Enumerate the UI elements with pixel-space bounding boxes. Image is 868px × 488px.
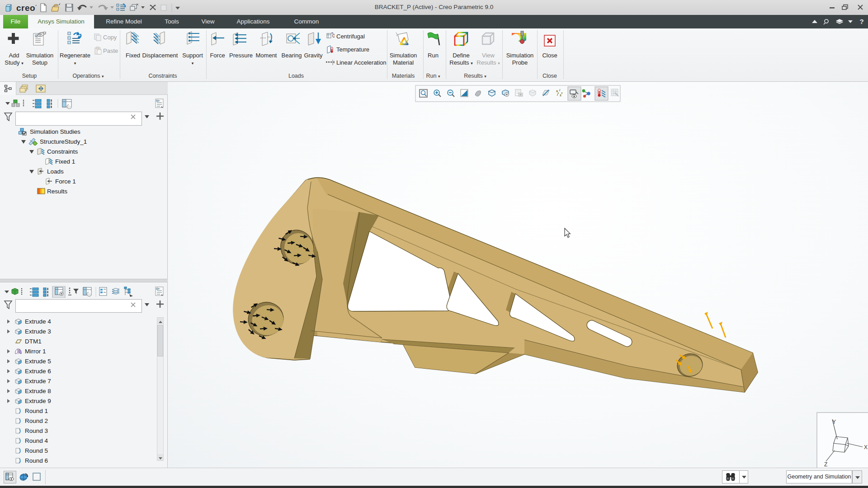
- svg-text:X: X: [864, 444, 868, 450]
- svg-text:Z: Z: [824, 461, 827, 468]
- svg-text:?: ?: [859, 18, 863, 25]
- svg-text:z: z: [560, 93, 561, 97]
- svg-text:Y: Y: [832, 419, 836, 425]
- svg-text:0: 0: [332, 33, 335, 38]
